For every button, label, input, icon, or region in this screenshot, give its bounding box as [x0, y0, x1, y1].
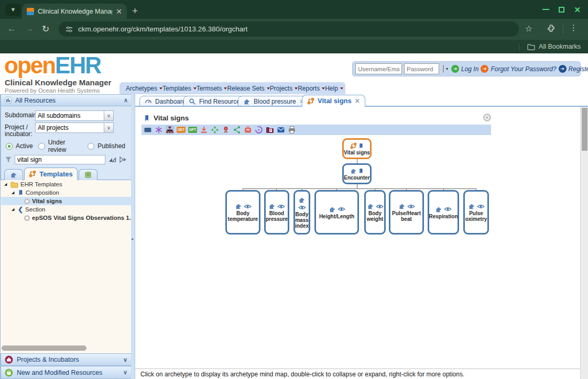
node-label: Body mass index [295, 211, 309, 229]
minimize-icon[interactable] [542, 9, 549, 10]
collapse-expand-icon[interactable] [211, 126, 219, 134]
tree-item-epsos[interactable]: epSOS Vital Signs Observations 1.3.6.1 [1, 214, 131, 222]
orgchart-view-icon[interactable] [166, 126, 174, 134]
forgot-password-link[interactable]: Forgot Your Password? [491, 65, 556, 73]
browser-menu-icon[interactable]: ⋮ [570, 23, 578, 32]
orgchart-node-pulse-heart-beat[interactable]: Pulse/Heart beat [389, 190, 424, 235]
tab-vital-signs[interactable]: Vital signs ✕ [302, 95, 365, 107]
orgchart-node-blood-pressure[interactable]: Blood pressure [264, 190, 289, 235]
orgchart-node-body-mass-index[interactable]: Body mass index [293, 190, 310, 235]
tree-item-ehr-templates[interactable]: ◢ EHR Templates [1, 180, 131, 188]
menu-release-sets[interactable]: Release Sets [227, 85, 269, 92]
new-tab-button[interactable]: + [132, 5, 138, 17]
extensions-icon[interactable] [547, 24, 556, 35]
opt-download-icon[interactable]: OPT [188, 127, 197, 133]
menu-reports[interactable]: Reports [298, 85, 325, 92]
register-link[interactable]: Register [569, 65, 588, 73]
menu-templates[interactable]: Templates [162, 85, 197, 92]
tab-close-icon[interactable]: ✕ [116, 8, 122, 15]
orgchart-node-body-temperature[interactable]: Body temperature [225, 190, 260, 235]
tree-expand-icon[interactable]: ◢ [12, 207, 16, 211]
radio-under-review[interactable] [38, 143, 45, 150]
mindmap-view-icon[interactable] [155, 126, 163, 134]
share-icon[interactable] [233, 126, 241, 134]
menu-projects[interactable]: Projects [270, 85, 298, 92]
tree-item-vital-signs[interactable]: Vital signs [1, 197, 131, 205]
chevron-down-icon[interactable]: ▾ [446, 66, 448, 71]
site-info-icon[interactable] [65, 25, 73, 34]
chevron-down-icon[interactable]: ∨ [123, 369, 127, 376]
tab-termsets[interactable] [79, 169, 97, 180]
download-icon[interactable] [200, 126, 208, 134]
username-field[interactable] [355, 63, 402, 74]
archive-icon[interactable] [244, 126, 252, 134]
orgchart-node-encounter[interactable]: Encounter [342, 163, 372, 184]
register-arrow-icon[interactable] [559, 65, 567, 73]
tree-item-section[interactable]: ◢ ❮ Section [1, 205, 131, 214]
reload-icon[interactable]: ↻ [42, 24, 49, 35]
all-bookmarks-button[interactable]: All Bookmarks [519, 40, 581, 53]
tree-expand-icon[interactable]: ◢ [4, 182, 8, 186]
remember-checkbox[interactable] [443, 65, 444, 73]
chevron-down-icon[interactable]: ∨ [104, 111, 113, 120]
login-arrow-icon[interactable] [451, 65, 459, 73]
projects-incubators-panel[interactable]: Projects & Incubators ∨ [1, 353, 132, 366]
tab-search-button[interactable]: ▼ [5, 4, 21, 16]
radio-active[interactable] [6, 143, 13, 150]
app-subtitle: Powered by Ocean Health Systems [5, 87, 100, 94]
bookmark-star-icon[interactable]: ☆ [525, 24, 532, 34]
radio-published[interactable] [88, 143, 94, 150]
projects-icon [5, 355, 13, 364]
search-input[interactable] [15, 155, 105, 164]
menu-help[interactable]: Help [325, 85, 343, 92]
orgchart-node-body-weight[interactable]: Body weight [364, 190, 386, 235]
main-vscrollbar[interactable] [580, 107, 588, 379]
close-window-icon[interactable]: ✕ [574, 6, 581, 14]
tree-expand-icon[interactable]: ◢ [12, 191, 16, 195]
orgchart-node-respiration[interactable]: Respiration [428, 190, 459, 235]
email-icon[interactable] [277, 126, 285, 134]
search-next-icon[interactable] [119, 156, 127, 163]
scrollbar-thumb[interactable] [2, 345, 86, 351]
maximize-icon[interactable] [559, 7, 564, 13]
export-folder-icon[interactable] [266, 126, 274, 134]
oet-download-icon[interactable]: OET [177, 127, 186, 133]
chevron-down-icon[interactable]: ∨ [104, 123, 113, 132]
forgot-arrow-icon[interactable] [481, 65, 488, 73]
subdomain-select[interactable]: All subdomains∨ [35, 110, 114, 121]
orgchart-node-height-length[interactable]: Height/Length [314, 190, 359, 235]
tab-title: Clinical Knowledge Manager [38, 8, 112, 15]
back-icon[interactable]: ← [7, 24, 16, 34]
login-button[interactable]: Log In [461, 65, 478, 73]
filter-options-icon[interactable] [108, 156, 116, 163]
menu-archetypes[interactable]: Archetypes [126, 85, 162, 92]
archetype-puzzle-icon [329, 206, 336, 213]
tab-blood-pressure[interactable]: Blood pressure ✕ [238, 96, 310, 107]
close-tab-icon[interactable]: ✕ [355, 98, 360, 104]
address-bar[interactable]: ckm.openehr.org/ckm/templates/1013.26.38… [59, 21, 519, 37]
certify-ribbon-icon[interactable] [222, 126, 230, 134]
new-modified-panel[interactable]: New and Modified Resources ∨ [1, 366, 132, 379]
orgchart-node-root-vital-signs[interactable]: Vital signs [342, 138, 372, 159]
chevron-down-icon[interactable]: ∨ [123, 356, 127, 363]
all-resources-header[interactable]: All Resources ∧ [1, 94, 132, 106]
browser-tab[interactable]: Clinical Knowledge Manager ✕ [22, 4, 127, 19]
print-icon[interactable] [288, 126, 296, 134]
tree-item-label: Vital signs [32, 198, 62, 204]
sidebar-hscrollbar[interactable] [1, 344, 132, 352]
password-field[interactable] [404, 63, 439, 74]
orgchart-node-pulse-oximetry[interactable]: Pulse oximetry [463, 190, 489, 235]
collapse-sidebar-icon[interactable]: ◂ [131, 237, 133, 241]
project-select[interactable]: All projects∨ [35, 122, 114, 133]
tab-templates[interactable]: Templates [24, 168, 78, 180]
tab-archetypes[interactable] [4, 169, 23, 180]
scrollbar-thumb[interactable] [582, 108, 587, 151]
forward-icon[interactable]: → [25, 24, 34, 34]
flat-view-icon[interactable] [144, 126, 152, 134]
ckm-page: openEHR Clinical Knowledge Manager Power… [0, 53, 588, 379]
collapse-panel-icon[interactable]: ∧ [124, 97, 128, 104]
sidebar-splitter[interactable]: ◂ [131, 94, 135, 379]
menu-termsets[interactable]: Termsets [197, 85, 227, 92]
tree-item-composition[interactable]: ◢ Composition [1, 188, 131, 197]
compare-swirl-icon[interactable] [255, 126, 263, 134]
